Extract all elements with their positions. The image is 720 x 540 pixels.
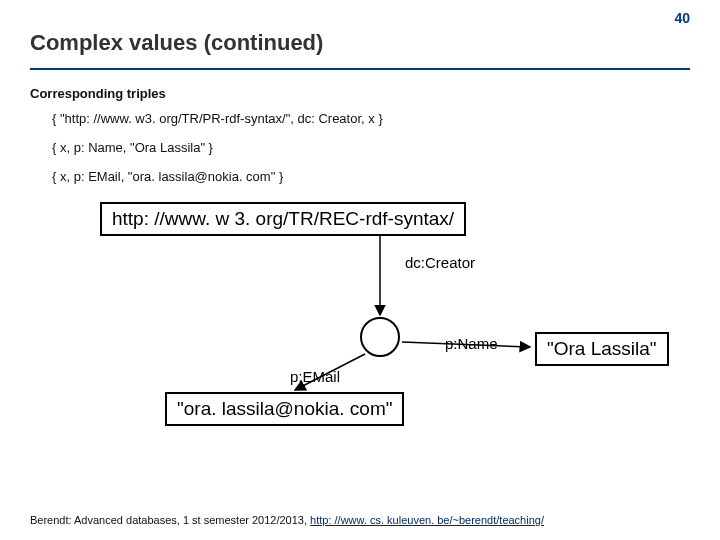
blank-node — [360, 317, 400, 357]
page-number: 40 — [674, 10, 690, 26]
title-area: Complex values (continued) — [0, 0, 720, 70]
slide-title: Complex values (continued) — [30, 30, 690, 64]
rdf-diagram: http: //www. w 3. org/TR/REC-rdf-syntax/… — [30, 202, 690, 432]
name-literal: "Ora Lassila" — [535, 332, 669, 366]
footer-prefix: Berendt: Advanced databases, 1 st semest… — [30, 514, 310, 526]
edge-email-label: p:EMail — [290, 368, 340, 385]
subhead: Corresponding triples — [30, 86, 690, 101]
email-literal: "ora. lassila@nokia. com" — [165, 392, 404, 426]
footer: Berendt: Advanced databases, 1 st semest… — [30, 514, 690, 526]
triple-3: { x, p: EMail, "ora. lassila@nokia. com"… — [52, 169, 690, 184]
footer-link: http: //www. cs. kuleuven. be/~berendt/t… — [310, 514, 544, 526]
uri-node: http: //www. w 3. org/TR/REC-rdf-syntax/ — [100, 202, 466, 236]
edge-creator-label: dc:Creator — [405, 254, 475, 271]
triple-1: { "http: //www. w3. org/TR/PR-rdf-syntax… — [52, 111, 690, 126]
edge-name-label: p:Name — [445, 335, 498, 352]
triple-2: { x, p: Name, "Ora Lassila" } — [52, 140, 690, 155]
content: Corresponding triples { "http: //www. w3… — [0, 70, 720, 432]
